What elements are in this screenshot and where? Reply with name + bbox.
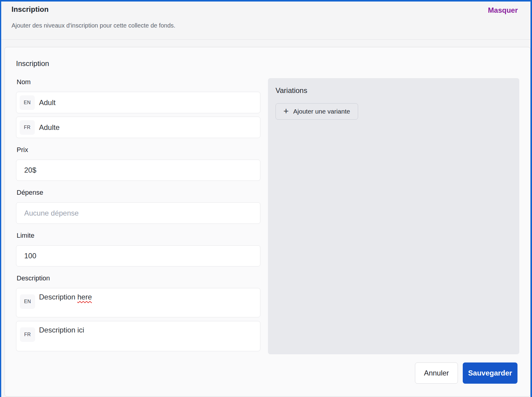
dialog-header: Inscription Masquer Ajouter des niveaux … bbox=[1, 2, 530, 40]
name-label: Nom bbox=[17, 78, 260, 86]
name-en-input[interactable] bbox=[16, 92, 260, 113]
price-label: Prix bbox=[17, 146, 260, 154]
misspelled-word: here bbox=[77, 293, 92, 301]
footer-actions: Annuler Sauvegarder bbox=[16, 362, 519, 384]
name-fr-input[interactable] bbox=[16, 117, 260, 138]
inscription-card: Inscription Nom EN FR Prix Dépense Limit… bbox=[5, 47, 530, 397]
hide-button[interactable]: Masquer bbox=[488, 6, 518, 15]
form-fields-column: Nom EN FR Prix Dépense Limite Descriptio… bbox=[16, 78, 260, 351]
plus-icon: + bbox=[283, 107, 289, 116]
limit-label: Limite bbox=[17, 232, 260, 240]
variations-title: Variations bbox=[276, 86, 512, 95]
cancel-button[interactable]: Annuler bbox=[415, 362, 458, 384]
limit-input[interactable] bbox=[16, 245, 260, 266]
description-fr-textarea[interactable]: FR Description ici bbox=[16, 321, 260, 351]
description-fr-text: Description ici bbox=[39, 326, 84, 334]
add-variant-label: Ajouter une variante bbox=[293, 108, 350, 115]
description-label: Description bbox=[17, 274, 260, 282]
en-language-badge: EN bbox=[20, 294, 35, 309]
expense-label: Dépense bbox=[17, 189, 260, 197]
variations-panel: Variations + Ajouter une variante bbox=[268, 78, 519, 354]
fr-language-badge: FR bbox=[20, 327, 35, 342]
section-title: Inscription bbox=[16, 59, 519, 68]
description-en-textarea[interactable]: EN Description here bbox=[16, 288, 260, 317]
dialog-title: Inscription bbox=[11, 5, 49, 14]
save-button[interactable]: Sauvegarder bbox=[463, 362, 517, 384]
name-fr-field-wrap: FR bbox=[16, 117, 260, 138]
add-variant-button[interactable]: + Ajouter une variante bbox=[276, 103, 358, 120]
dialog-subtitle: Ajouter des niveaux d'inscription pour c… bbox=[11, 22, 525, 39]
description-en-text: Description here bbox=[39, 293, 92, 301]
price-input[interactable] bbox=[16, 160, 260, 181]
name-en-field-wrap: EN bbox=[16, 92, 260, 113]
expense-input[interactable] bbox=[16, 202, 260, 224]
